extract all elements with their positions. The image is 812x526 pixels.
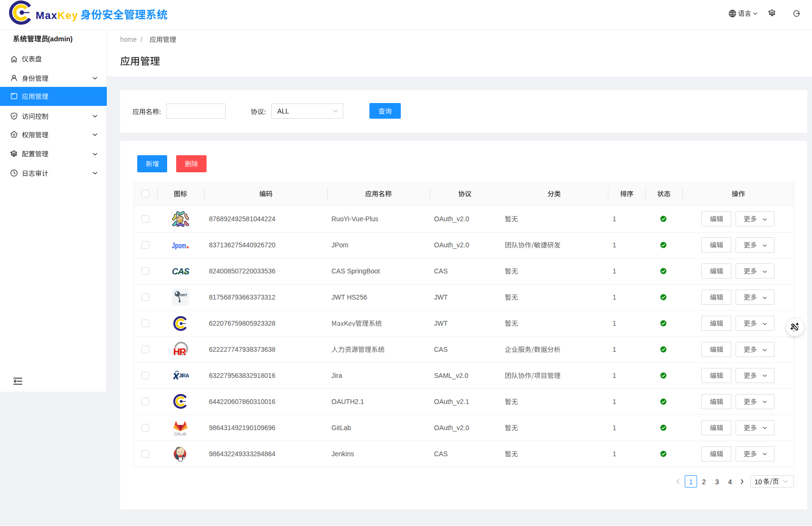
svg-text:HR: HR — [173, 347, 186, 357]
svg-text:JIRA: JIRA — [179, 373, 189, 378]
svg-text:JWT: JWT — [179, 293, 187, 297]
svg-text:GitLab: GitLab — [174, 431, 187, 436]
svg-text:CAS: CAS — [172, 267, 189, 276]
svg-text:Jpom: Jpom — [172, 241, 186, 250]
